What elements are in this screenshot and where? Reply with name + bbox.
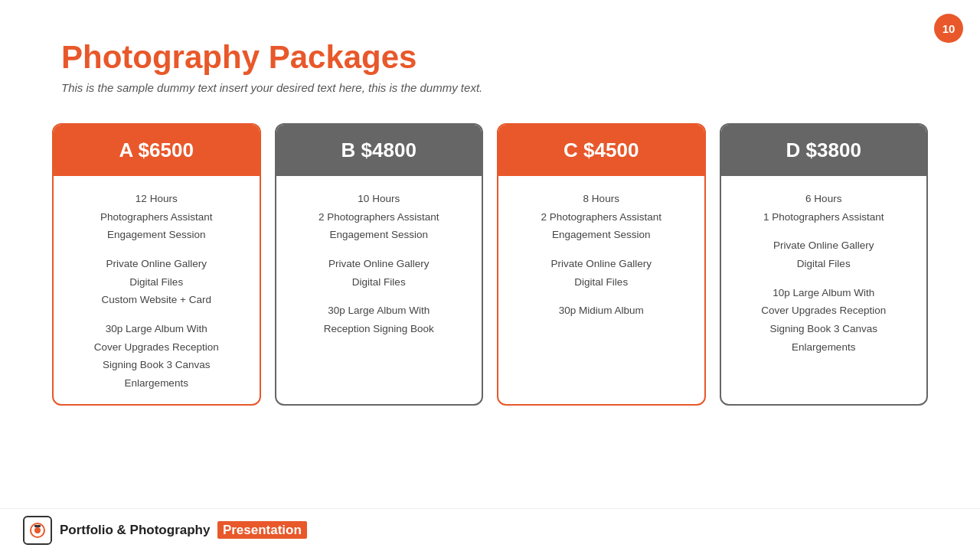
footer-logo: Portfolio & Photography Presentation [23, 516, 307, 545]
package-body-c: 8 Hours2 Photographers AssistantEngageme… [498, 176, 704, 404]
package-feature-line: 6 Hours [729, 190, 920, 208]
package-feature-line: Digital Files [729, 255, 920, 273]
package-feature-line: Private Online Gallery [729, 236, 920, 255]
package-feature-line: Digital Files [61, 273, 252, 292]
package-body-d: 6 Hours1 Photographers AssistantPrivate … [721, 176, 927, 404]
svg-point-1 [34, 527, 41, 533]
package-section: 12 HoursPhotographers AssistantEngagemen… [61, 190, 252, 244]
package-header-d: D $3800 [721, 125, 927, 176]
svg-rect-2 [34, 525, 41, 527]
package-header-b: B $4800 [276, 125, 482, 176]
package-feature-line: 30p Large Album With [284, 302, 475, 320]
package-feature-line: Signing Book 3 Canvas [61, 356, 252, 374]
package-section: Private Online GalleryDigital FilesCusto… [61, 255, 252, 309]
package-feature-line: 8 Hours [506, 190, 697, 208]
package-card-a: A $650012 HoursPhotographers AssistantEn… [52, 123, 261, 406]
package-feature-line: Enlargements [61, 374, 252, 393]
package-feature-line: Cover Upgrades Reception [61, 338, 252, 357]
package-feature-line: Cover Upgrades Reception [729, 302, 920, 320]
package-section: 10 Hours2 Photographers AssistantEngagem… [284, 190, 475, 244]
package-feature-line: Custom Website + Card [61, 291, 252, 309]
footer: Portfolio & Photography Presentation [0, 508, 980, 551]
page-subtitle: This is the sample dummy text insert you… [61, 81, 919, 94]
package-section: 30p Large Album WithReception Signing Bo… [284, 302, 475, 337]
package-feature-line: 10p Large Album With [729, 284, 920, 302]
package-body-a: 12 HoursPhotographers AssistantEngagemen… [54, 176, 260, 404]
packages-grid: A $650012 HoursPhotographers AssistantEn… [0, 100, 980, 406]
package-card-b: B $480010 Hours2 Photographers Assistant… [275, 123, 484, 406]
package-body-b: 10 Hours2 Photographers AssistantEngagem… [276, 176, 482, 404]
package-feature-line: Enlargements [729, 338, 920, 357]
package-feature-line: Photographers Assistant [61, 208, 252, 227]
package-feature-line: Digital Files [506, 273, 697, 292]
package-feature-line: Digital Files [284, 273, 475, 292]
package-section: Private Online GalleryDigital Files [284, 255, 475, 291]
package-section: 30p Midium Album [506, 302, 697, 320]
package-section: Private Online GalleryDigital Files [729, 236, 920, 272]
package-feature-line: Reception Signing Book [284, 320, 475, 338]
page-title: Photography Packages [61, 40, 919, 75]
package-header-a: A $6500 [54, 125, 260, 176]
package-feature-line: Engagement Session [61, 226, 252, 244]
package-feature-line: 30p Midium Album [506, 302, 697, 320]
package-feature-line: 1 Photographers Assistant [729, 208, 920, 227]
package-section: 30p Large Album WithCover Upgrades Recep… [61, 320, 252, 393]
package-feature-line: Engagement Session [506, 226, 697, 244]
package-section: 10p Large Album WithCover Upgrades Recep… [729, 284, 920, 357]
package-card-c: C $45008 Hours2 Photographers AssistantE… [497, 123, 706, 406]
package-feature-line: Private Online Gallery [61, 255, 252, 273]
page-number-badge: 10 [934, 14, 963, 43]
package-section: 6 Hours1 Photographers Assistant [729, 190, 920, 226]
package-section: 8 Hours2 Photographers AssistantEngageme… [506, 190, 697, 244]
package-feature-line: 2 Photographers Assistant [506, 208, 697, 227]
package-card-d: D $38006 Hours1 Photographers AssistantP… [720, 123, 929, 406]
package-feature-line: Engagement Session [284, 226, 475, 244]
camera-icon [29, 522, 46, 539]
package-feature-line: Private Online Gallery [506, 255, 697, 273]
footer-logo-text: Portfolio & Photography Presentation [60, 523, 307, 538]
footer-logo-icon [23, 516, 52, 545]
package-feature-line: 12 Hours [61, 190, 252, 208]
package-feature-line: Private Online Gallery [284, 255, 475, 273]
package-feature-line: 10 Hours [284, 190, 475, 208]
package-header-c: C $4500 [498, 125, 704, 176]
package-feature-line: 2 Photographers Assistant [284, 208, 475, 227]
package-feature-line: Signing Book 3 Canvas [729, 320, 920, 338]
package-section: Private Online GalleryDigital Files [506, 255, 697, 291]
package-feature-line: 30p Large Album With [61, 320, 252, 338]
page-header: Photography Packages This is the sample … [0, 0, 980, 94]
